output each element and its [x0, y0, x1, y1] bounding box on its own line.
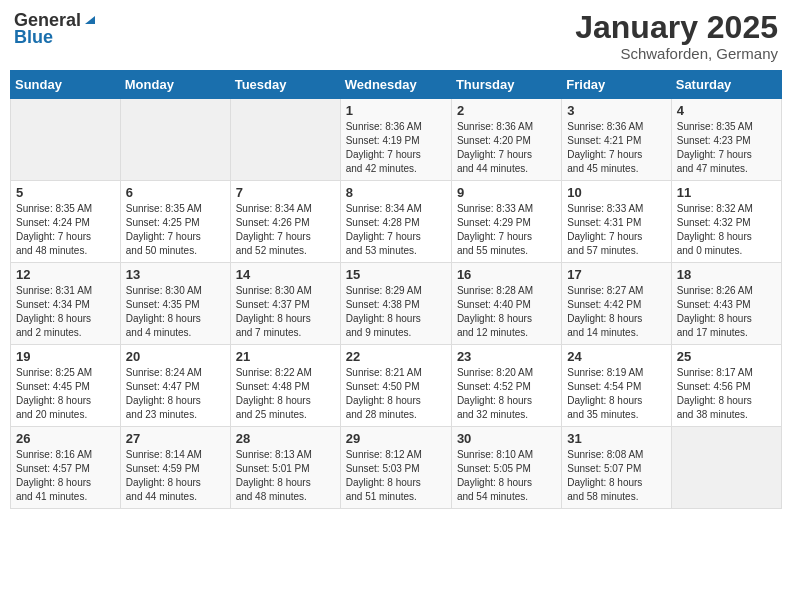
calendar-cell: 5Sunrise: 8:35 AM Sunset: 4:24 PM Daylig…: [11, 181, 121, 263]
day-number: 11: [677, 185, 776, 200]
calendar-cell: 6Sunrise: 8:35 AM Sunset: 4:25 PM Daylig…: [120, 181, 230, 263]
location-title: Schwaforden, Germany: [575, 45, 778, 62]
day-number: 7: [236, 185, 335, 200]
day-info: Sunrise: 8:19 AM Sunset: 4:54 PM Dayligh…: [567, 366, 665, 422]
calendar-week-row: 5Sunrise: 8:35 AM Sunset: 4:24 PM Daylig…: [11, 181, 782, 263]
day-info: Sunrise: 8:14 AM Sunset: 4:59 PM Dayligh…: [126, 448, 225, 504]
weekday-header: Monday: [120, 71, 230, 99]
day-info: Sunrise: 8:21 AM Sunset: 4:50 PM Dayligh…: [346, 366, 446, 422]
calendar-cell: 16Sunrise: 8:28 AM Sunset: 4:40 PM Dayli…: [451, 263, 561, 345]
calendar-cell: 22Sunrise: 8:21 AM Sunset: 4:50 PM Dayli…: [340, 345, 451, 427]
calendar-cell: 17Sunrise: 8:27 AM Sunset: 4:42 PM Dayli…: [562, 263, 671, 345]
day-number: 12: [16, 267, 115, 282]
day-info: Sunrise: 8:29 AM Sunset: 4:38 PM Dayligh…: [346, 284, 446, 340]
day-info: Sunrise: 8:34 AM Sunset: 4:26 PM Dayligh…: [236, 202, 335, 258]
calendar-cell: 29Sunrise: 8:12 AM Sunset: 5:03 PM Dayli…: [340, 427, 451, 509]
day-info: Sunrise: 8:16 AM Sunset: 4:57 PM Dayligh…: [16, 448, 115, 504]
day-number: 1: [346, 103, 446, 118]
day-number: 21: [236, 349, 335, 364]
calendar-cell: 21Sunrise: 8:22 AM Sunset: 4:48 PM Dayli…: [230, 345, 340, 427]
day-info: Sunrise: 8:27 AM Sunset: 4:42 PM Dayligh…: [567, 284, 665, 340]
calendar-cell: 12Sunrise: 8:31 AM Sunset: 4:34 PM Dayli…: [11, 263, 121, 345]
day-info: Sunrise: 8:17 AM Sunset: 4:56 PM Dayligh…: [677, 366, 776, 422]
day-info: Sunrise: 8:32 AM Sunset: 4:32 PM Dayligh…: [677, 202, 776, 258]
day-number: 10: [567, 185, 665, 200]
calendar-cell: 8Sunrise: 8:34 AM Sunset: 4:28 PM Daylig…: [340, 181, 451, 263]
calendar-cell: 30Sunrise: 8:10 AM Sunset: 5:05 PM Dayli…: [451, 427, 561, 509]
page-header: General Blue January 2025 Schwaforden, G…: [10, 10, 782, 62]
calendar-cell: 11Sunrise: 8:32 AM Sunset: 4:32 PM Dayli…: [671, 181, 781, 263]
day-number: 30: [457, 431, 556, 446]
day-info: Sunrise: 8:10 AM Sunset: 5:05 PM Dayligh…: [457, 448, 556, 504]
day-info: Sunrise: 8:35 AM Sunset: 4:24 PM Dayligh…: [16, 202, 115, 258]
day-number: 25: [677, 349, 776, 364]
day-info: Sunrise: 8:22 AM Sunset: 4:48 PM Dayligh…: [236, 366, 335, 422]
weekday-header: Friday: [562, 71, 671, 99]
day-number: 31: [567, 431, 665, 446]
day-number: 19: [16, 349, 115, 364]
day-info: Sunrise: 8:33 AM Sunset: 4:29 PM Dayligh…: [457, 202, 556, 258]
day-number: 3: [567, 103, 665, 118]
day-info: Sunrise: 8:13 AM Sunset: 5:01 PM Dayligh…: [236, 448, 335, 504]
day-info: Sunrise: 8:12 AM Sunset: 5:03 PM Dayligh…: [346, 448, 446, 504]
day-info: Sunrise: 8:36 AM Sunset: 4:21 PM Dayligh…: [567, 120, 665, 176]
day-info: Sunrise: 8:36 AM Sunset: 4:19 PM Dayligh…: [346, 120, 446, 176]
calendar-cell: [671, 427, 781, 509]
day-number: 8: [346, 185, 446, 200]
calendar-cell: 13Sunrise: 8:30 AM Sunset: 4:35 PM Dayli…: [120, 263, 230, 345]
svg-marker-0: [85, 16, 95, 24]
day-info: Sunrise: 8:30 AM Sunset: 4:37 PM Dayligh…: [236, 284, 335, 340]
logo-icon: [83, 12, 97, 26]
day-info: Sunrise: 8:33 AM Sunset: 4:31 PM Dayligh…: [567, 202, 665, 258]
weekday-header: Sunday: [11, 71, 121, 99]
day-info: Sunrise: 8:30 AM Sunset: 4:35 PM Dayligh…: [126, 284, 225, 340]
calendar-cell: 2Sunrise: 8:36 AM Sunset: 4:20 PM Daylig…: [451, 99, 561, 181]
day-number: 28: [236, 431, 335, 446]
weekday-header: Thursday: [451, 71, 561, 99]
day-info: Sunrise: 8:35 AM Sunset: 4:25 PM Dayligh…: [126, 202, 225, 258]
calendar-cell: 19Sunrise: 8:25 AM Sunset: 4:45 PM Dayli…: [11, 345, 121, 427]
day-number: 22: [346, 349, 446, 364]
day-number: 16: [457, 267, 556, 282]
calendar-cell: 23Sunrise: 8:20 AM Sunset: 4:52 PM Dayli…: [451, 345, 561, 427]
day-number: 9: [457, 185, 556, 200]
calendar-week-row: 1Sunrise: 8:36 AM Sunset: 4:19 PM Daylig…: [11, 99, 782, 181]
day-number: 20: [126, 349, 225, 364]
calendar-week-row: 26Sunrise: 8:16 AM Sunset: 4:57 PM Dayli…: [11, 427, 782, 509]
month-title: January 2025: [575, 10, 778, 45]
calendar-cell: 14Sunrise: 8:30 AM Sunset: 4:37 PM Dayli…: [230, 263, 340, 345]
day-info: Sunrise: 8:28 AM Sunset: 4:40 PM Dayligh…: [457, 284, 556, 340]
day-info: Sunrise: 8:36 AM Sunset: 4:20 PM Dayligh…: [457, 120, 556, 176]
day-info: Sunrise: 8:24 AM Sunset: 4:47 PM Dayligh…: [126, 366, 225, 422]
calendar-cell: [11, 99, 121, 181]
day-number: 17: [567, 267, 665, 282]
day-info: Sunrise: 8:34 AM Sunset: 4:28 PM Dayligh…: [346, 202, 446, 258]
title-block: January 2025 Schwaforden, Germany: [575, 10, 778, 62]
day-info: Sunrise: 8:08 AM Sunset: 5:07 PM Dayligh…: [567, 448, 665, 504]
calendar-week-row: 12Sunrise: 8:31 AM Sunset: 4:34 PM Dayli…: [11, 263, 782, 345]
calendar-cell: 24Sunrise: 8:19 AM Sunset: 4:54 PM Dayli…: [562, 345, 671, 427]
day-number: 29: [346, 431, 446, 446]
calendar-cell: 10Sunrise: 8:33 AM Sunset: 4:31 PM Dayli…: [562, 181, 671, 263]
calendar-cell: 4Sunrise: 8:35 AM Sunset: 4:23 PM Daylig…: [671, 99, 781, 181]
logo: General Blue: [14, 10, 97, 48]
day-number: 18: [677, 267, 776, 282]
calendar-cell: 26Sunrise: 8:16 AM Sunset: 4:57 PM Dayli…: [11, 427, 121, 509]
calendar-cell: 15Sunrise: 8:29 AM Sunset: 4:38 PM Dayli…: [340, 263, 451, 345]
calendar-header-row: SundayMondayTuesdayWednesdayThursdayFrid…: [11, 71, 782, 99]
calendar-cell: 28Sunrise: 8:13 AM Sunset: 5:01 PM Dayli…: [230, 427, 340, 509]
calendar-cell: 9Sunrise: 8:33 AM Sunset: 4:29 PM Daylig…: [451, 181, 561, 263]
calendar-cell: 18Sunrise: 8:26 AM Sunset: 4:43 PM Dayli…: [671, 263, 781, 345]
day-number: 23: [457, 349, 556, 364]
calendar-cell: 27Sunrise: 8:14 AM Sunset: 4:59 PM Dayli…: [120, 427, 230, 509]
calendar-cell: [120, 99, 230, 181]
day-number: 15: [346, 267, 446, 282]
day-number: 2: [457, 103, 556, 118]
day-number: 26: [16, 431, 115, 446]
day-number: 6: [126, 185, 225, 200]
day-number: 14: [236, 267, 335, 282]
day-number: 13: [126, 267, 225, 282]
day-info: Sunrise: 8:25 AM Sunset: 4:45 PM Dayligh…: [16, 366, 115, 422]
day-number: 24: [567, 349, 665, 364]
calendar-cell: 20Sunrise: 8:24 AM Sunset: 4:47 PM Dayli…: [120, 345, 230, 427]
